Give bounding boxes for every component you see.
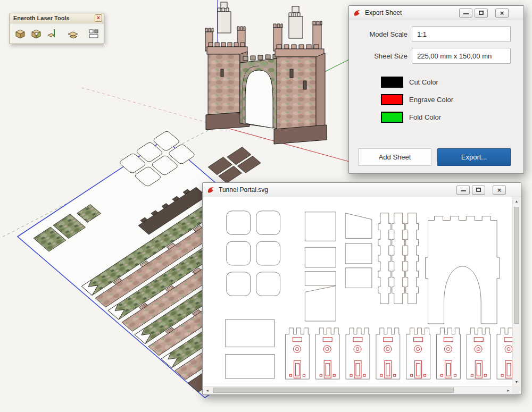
minimize-icon xyxy=(461,188,466,191)
fold-color-label: Fold Color xyxy=(409,113,441,121)
model-scale-input[interactable]: 1:1 xyxy=(412,26,511,42)
maximize-button[interactable] xyxy=(472,186,485,195)
solid-cube-tool[interactable] xyxy=(13,26,28,41)
laser-tools-toolbar: Eneroth Laser Tools × xyxy=(10,13,104,44)
sheet-size-row: Sheet Size 225,00 mm x 150,00 mn xyxy=(354,48,511,64)
svg-window-titlebar[interactable]: Tunnel Portal.svg × xyxy=(203,183,521,197)
svg-preview-window: Tunnel Portal.svg × xyxy=(202,182,521,395)
model-scale-label: Model Scale xyxy=(354,30,408,38)
svg-window-title: Tunnel Portal.svg xyxy=(219,186,268,194)
minimize-button[interactable] xyxy=(456,186,470,195)
vertical-scrollbar[interactable]: ▲ ▼ xyxy=(512,197,520,386)
cut-color-row: Cut Color xyxy=(381,77,523,88)
arrange-sheets-tool[interactable] xyxy=(86,26,101,41)
horizontal-scrollbar[interactable]: ◄ ► xyxy=(203,386,512,394)
app-logo-icon xyxy=(353,9,361,17)
color-settings: Cut Color Engrave Color Fold Color xyxy=(349,77,523,123)
close-icon: × xyxy=(500,10,504,16)
export-sheet-dialog: Export Sheet × Model Scale 1:1 Sheet Siz… xyxy=(348,5,524,174)
scrollbar-corner xyxy=(512,386,520,394)
scroll-right-icon[interactable]: ► xyxy=(504,386,512,394)
flatten-parts-icon xyxy=(67,28,79,39)
close-button[interactable]: × xyxy=(493,186,506,195)
scroll-down-icon[interactable]: ▼ xyxy=(513,378,520,386)
dialog-title: Export Sheet xyxy=(365,9,402,16)
laser-toolbar-titlebar[interactable]: Eneroth Laser Tools × xyxy=(10,13,104,23)
minimize-button[interactable] xyxy=(459,9,472,18)
window-controls: × xyxy=(459,9,519,18)
arrange-sheets-icon xyxy=(88,28,99,39)
maximize-icon xyxy=(479,11,484,15)
laser-toolbar-title: Eneroth Laser Tools xyxy=(13,15,70,21)
add-sheet-button[interactable]: Add Sheet xyxy=(358,148,431,166)
engrave-color-swatch[interactable] xyxy=(381,94,403,105)
cut-layout-drawing xyxy=(203,197,512,386)
sheet-size-input[interactable]: 225,00 mm x 150,00 mn xyxy=(412,48,511,64)
engrave-color-label: Engrave Color xyxy=(409,96,453,104)
sheet-size-label: Sheet Size xyxy=(354,52,408,60)
horizontal-scroll-thumb[interactable] xyxy=(213,388,454,393)
scroll-up-icon[interactable]: ▲ xyxy=(513,197,520,205)
close-button[interactable]: × xyxy=(495,9,509,18)
dialog-buttons: Add Sheet Export... xyxy=(358,148,511,166)
close-icon: × xyxy=(497,187,502,194)
maximize-button[interactable] xyxy=(475,9,488,18)
export-dialog-titlebar[interactable]: Export Sheet × xyxy=(349,6,523,20)
model-scale-row: Model Scale 1:1 xyxy=(354,26,511,42)
cut-color-swatch[interactable] xyxy=(381,77,403,88)
minimize-icon xyxy=(463,11,469,14)
scroll-left-icon[interactable]: ◄ xyxy=(203,386,211,394)
cut-color-label: Cut Color xyxy=(409,78,438,86)
mark-edges-tool[interactable] xyxy=(45,26,60,41)
flatten-parts-tool[interactable] xyxy=(65,26,80,41)
cut-solid-icon xyxy=(30,28,42,39)
fold-color-row: Fold Color xyxy=(381,112,523,123)
mark-edges-icon xyxy=(46,28,58,39)
vertical-scroll-thumb[interactable] xyxy=(514,207,519,324)
app-logo-icon xyxy=(207,186,215,194)
cut-solid-tool[interactable] xyxy=(29,26,44,41)
maximize-icon xyxy=(476,188,481,192)
fold-color-swatch[interactable] xyxy=(381,112,403,123)
export-button[interactable]: Export... xyxy=(437,148,511,166)
close-icon: × xyxy=(97,15,100,21)
laser-toolbar-body xyxy=(10,23,104,44)
app-root: Eneroth Laser Tools × xyxy=(0,0,532,412)
svg-preview-canvas xyxy=(203,197,512,386)
close-button[interactable]: × xyxy=(95,14,102,22)
solid-cube-icon xyxy=(14,28,26,39)
window-controls: × xyxy=(456,186,517,195)
engrave-color-row: Engrave Color xyxy=(381,94,523,105)
